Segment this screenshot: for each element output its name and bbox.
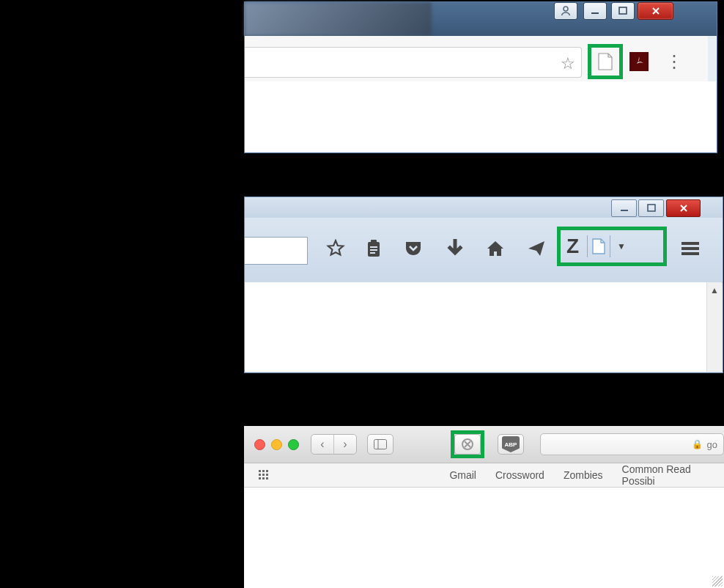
paper-plane-icon[interactable] [519,231,554,266]
firefox-window: Z ▼ ▲ [244,196,723,373]
sidebar-toggle-button[interactable] [367,434,394,455]
firefox-scrollbar[interactable]: ▲ [706,282,722,372]
svg-rect-7 [370,246,377,248]
window-zoom-button[interactable] [288,439,299,450]
svg-rect-12 [681,252,699,255]
svg-rect-1 [591,12,599,14]
reading-list-icon[interactable] [356,231,391,266]
chrome-menu-button[interactable]: ⋮ [660,47,689,76]
firefox-titlebar [245,197,723,218]
firefox-zotero-button-group[interactable]: Z ▼ [557,227,667,266]
zotero-page-icon [591,238,606,255]
favorite-link[interactable]: Common Read Possibi [622,463,724,487]
safari-toolbar: ‹ › ABP 🔒 go [244,426,724,463]
svg-rect-13 [374,440,387,449]
lock-icon: 🔒 [692,439,703,449]
safari-address-bar[interactable]: 🔒 go [540,433,724,455]
safari-window: ‹ › ABP 🔒 go [244,426,724,588]
chrome-page-content [245,81,716,152]
svg-rect-11 [681,247,699,250]
separator [587,235,588,257]
bookmark-star-icon[interactable]: ☆ [561,54,575,73]
safari-favorites-bar: Gmail Crossword Zombies Common Read Poss… [244,463,724,488]
svg-rect-2 [619,7,627,14]
abp-icon: ABP [502,436,520,452]
bookmark-star-icon[interactable] [318,231,353,266]
svg-rect-6 [371,240,377,244]
safari-nav-buttons: ‹ › [311,434,357,455]
chrome-titlebar [245,2,717,36]
chevron-down-icon[interactable]: ▼ [617,241,626,251]
adobe-acrobat-extension-button[interactable] [624,47,654,76]
chrome-account-button[interactable] [554,2,577,20]
chrome-maximize-button[interactable] [611,2,635,20]
pocket-icon[interactable] [396,231,431,266]
favorites-grid-icon[interactable] [259,470,269,480]
safari-page-content [244,488,724,588]
traffic-lights [254,439,299,450]
zotero-connector-button[interactable] [591,47,620,76]
svg-point-0 [564,7,568,11]
safari-highlight-box [451,430,484,458]
firefox-address-bar[interactable] [245,237,308,265]
separator [610,235,610,257]
back-button[interactable]: ‹ [311,435,333,454]
resize-grabber-icon[interactable] [712,576,723,587]
url-text: go [707,439,717,450]
chrome-close-button[interactable] [638,2,673,20]
firefox-close-button[interactable] [666,199,701,217]
svg-rect-4 [648,205,655,211]
chrome-window: ☆ ⋮ [244,1,717,153]
adobe-icon [629,52,649,71]
home-icon[interactable] [478,231,513,266]
chrome-toolbar: ☆ ⋮ [245,36,708,82]
chrome-minimize-button[interactable] [583,2,607,20]
favorite-link[interactable]: Zombies [564,469,603,481]
firefox-page-content [245,282,722,372]
window-close-button[interactable] [254,439,265,450]
favorite-link[interactable]: Crossword [495,469,544,481]
chrome-tab-blur [245,2,432,36]
chrome-address-bar[interactable]: ☆ [245,47,582,78]
zotero-z-icon: Z [566,235,579,258]
scroll-up-arrow-icon[interactable]: ▲ [710,285,719,295]
window-minimize-button[interactable] [271,439,282,450]
firefox-hamburger-menu[interactable] [677,235,703,262]
firefox-minimize-button[interactable] [611,199,637,217]
favorite-link[interactable]: Gmail [449,469,476,481]
forward-button[interactable]: › [333,435,356,454]
svg-rect-9 [370,252,375,254]
safari-zotero-button[interactable] [454,434,481,455]
svg-rect-10 [681,242,699,245]
download-arrow-icon[interactable] [437,231,473,266]
svg-rect-3 [621,210,628,211]
adblock-plus-button[interactable]: ABP [498,434,524,455]
firefox-maximize-button[interactable] [638,199,664,217]
firefox-toolbar: Z ▼ [245,218,723,283]
svg-rect-8 [370,249,377,251]
